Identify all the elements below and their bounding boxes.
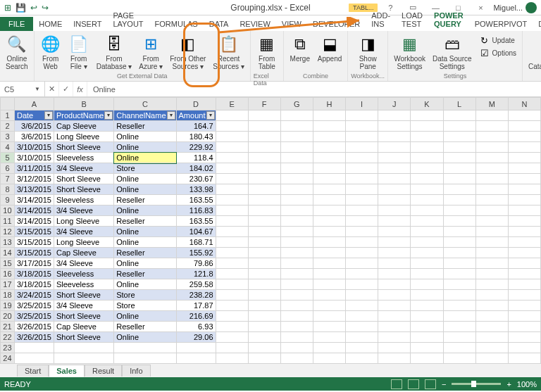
- col-header-H[interactable]: H: [313, 98, 345, 110]
- merge-button[interactable]: ⧉Merge: [287, 32, 313, 72]
- cell-C10[interactable]: Online: [114, 206, 176, 216]
- cell-G12[interactable]: [280, 227, 313, 237]
- cell-F18[interactable]: [248, 290, 280, 301]
- cell-F2[interactable]: [248, 121, 280, 132]
- cell-F12[interactable]: [248, 227, 280, 237]
- filter-date-icon[interactable]: ▾: [44, 111, 53, 120]
- cell-H14[interactable]: [313, 248, 345, 258]
- cell-M7[interactable]: [475, 174, 508, 184]
- cell-F5[interactable]: [248, 153, 280, 163]
- cell-F22[interactable]: [248, 332, 280, 343]
- cell-G14[interactable]: [280, 248, 313, 258]
- cell-D5[interactable]: 118.4: [176, 153, 216, 163]
- cell-L10[interactable]: [443, 206, 475, 216]
- cell-N11[interactable]: [508, 216, 540, 227]
- data-source-button[interactable]: 🗃Data Source Settings: [430, 32, 475, 72]
- cell-E23[interactable]: [216, 343, 248, 353]
- cell-K21[interactable]: [411, 322, 443, 332]
- cell-E16[interactable]: [216, 269, 248, 279]
- filter-amount-icon[interactable]: ▾: [206, 111, 215, 120]
- cell-C17[interactable]: Online: [114, 279, 176, 290]
- cell-K13[interactable]: [411, 237, 443, 248]
- cell-F7[interactable]: [248, 174, 280, 184]
- cell-B3[interactable]: Long Sleeve: [54, 132, 113, 142]
- cell-E21[interactable]: [216, 322, 248, 332]
- cell-L2[interactable]: [443, 121, 475, 132]
- tab-powerpivot[interactable]: POWERPIVOT: [469, 17, 533, 31]
- cell-H16[interactable]: [313, 269, 345, 279]
- cell-L15[interactable]: [443, 258, 475, 269]
- cell-D6[interactable]: 184.02: [176, 163, 216, 174]
- cell-E13[interactable]: [216, 237, 248, 248]
- cell-D20[interactable]: 216.69: [176, 311, 216, 322]
- close-button[interactable]: ×: [471, 1, 490, 14]
- cell-G19[interactable]: [280, 301, 313, 311]
- cell-D24[interactable]: [176, 353, 216, 364]
- tab-home[interactable]: HOME: [33, 17, 68, 31]
- tab-formulas[interactable]: FORMULAS: [149, 17, 204, 31]
- cell-H12[interactable]: [313, 227, 345, 237]
- cell-K9[interactable]: [411, 195, 443, 206]
- cell-A21[interactable]: 3/26/2015: [14, 322, 54, 332]
- qat-redo-icon[interactable]: ↪: [42, 3, 49, 13]
- cell-H20[interactable]: [313, 311, 345, 322]
- cell-C18[interactable]: Store: [114, 290, 176, 301]
- tab-file[interactable]: FILE: [0, 17, 33, 31]
- cell-B17[interactable]: Sleeveless: [54, 279, 113, 290]
- cell-K8[interactable]: [411, 184, 443, 195]
- cell-E19[interactable]: [216, 301, 248, 311]
- cell-K14[interactable]: [411, 248, 443, 258]
- show-pane-button[interactable]: ◨Show Pane: [354, 32, 381, 72]
- row-header-14[interactable]: 14: [1, 248, 15, 258]
- cell-N3[interactable]: [508, 132, 540, 142]
- cell-H5[interactable]: [313, 153, 345, 163]
- cell-D2[interactable]: 164.7: [176, 121, 216, 132]
- from-table-button[interactable]: ▦From Table: [254, 32, 280, 72]
- cell-C22[interactable]: Online: [114, 332, 176, 343]
- cell-K17[interactable]: [411, 279, 443, 290]
- cell-K23[interactable]: [411, 343, 443, 353]
- cell-M12[interactable]: [475, 227, 508, 237]
- row-header-16[interactable]: 16: [1, 269, 15, 279]
- enter-formula-button[interactable]: ✓: [59, 82, 73, 96]
- cell-N8[interactable]: [508, 184, 540, 195]
- qat-save-icon[interactable]: 💾: [15, 3, 26, 13]
- cell-I5[interactable]: [346, 153, 378, 163]
- cell-B5[interactable]: Sleeveless: [54, 153, 113, 163]
- cell-A12[interactable]: 3/15/2015: [14, 227, 54, 237]
- cell-E20[interactable]: [216, 311, 248, 322]
- view-pagebreak-button[interactable]: [425, 379, 436, 389]
- cell-F24[interactable]: [248, 353, 280, 364]
- cell-E2[interactable]: [216, 121, 248, 132]
- cell-J17[interactable]: [378, 279, 411, 290]
- cell-C14[interactable]: Reseller: [114, 248, 176, 258]
- cell-N16[interactable]: [508, 269, 540, 279]
- cell-M16[interactable]: [475, 269, 508, 279]
- cell-N18[interactable]: [508, 290, 540, 301]
- cell-F20[interactable]: [248, 311, 280, 322]
- cell-A8[interactable]: 3/13/2015: [14, 184, 54, 195]
- cell-N24[interactable]: [508, 353, 540, 364]
- cell-C12[interactable]: Online: [114, 227, 176, 237]
- cell-K7[interactable]: [411, 174, 443, 184]
- cell-C6[interactable]: Store: [114, 163, 176, 174]
- cell-N9[interactable]: [508, 195, 540, 206]
- cell-J19[interactable]: [378, 301, 411, 311]
- row-header-21[interactable]: 21: [1, 322, 15, 332]
- name-box[interactable]: C5▼: [0, 82, 45, 96]
- cell-C19[interactable]: Store: [114, 301, 176, 311]
- cell-N14[interactable]: [508, 248, 540, 258]
- col-header-E[interactable]: E: [216, 98, 248, 110]
- cell-K10[interactable]: [411, 206, 443, 216]
- cell-E24[interactable]: [216, 353, 248, 364]
- cell-C8[interactable]: Online: [114, 184, 176, 195]
- cell-K6[interactable]: [411, 163, 443, 174]
- cell-I16[interactable]: [346, 269, 378, 279]
- from-other-button[interactable]: ◧From Other Sources ▾: [167, 32, 209, 72]
- cell-B18[interactable]: Short Sleeve: [54, 290, 113, 301]
- cell-K15[interactable]: [411, 258, 443, 269]
- filter-product-icon[interactable]: ▾: [104, 111, 113, 120]
- cell-B2[interactable]: Cap Sleeve: [54, 121, 113, 132]
- cell-E10[interactable]: [216, 206, 248, 216]
- row-header-19[interactable]: 19: [1, 301, 15, 311]
